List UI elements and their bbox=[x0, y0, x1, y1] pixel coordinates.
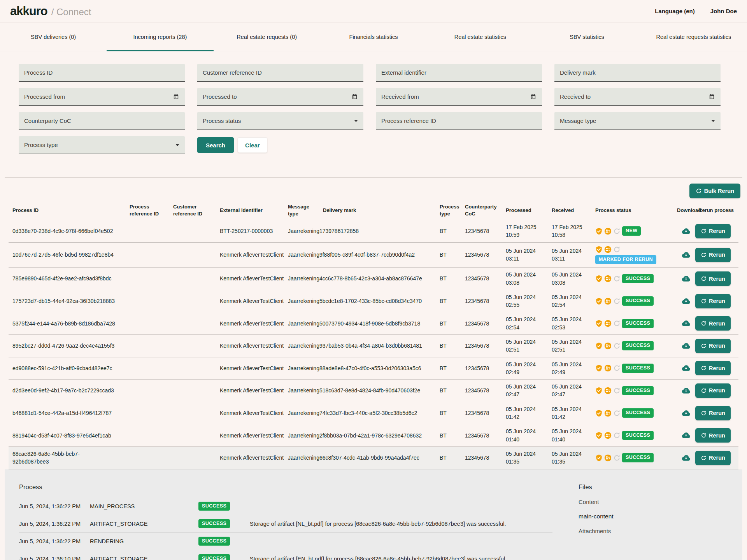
cell-process-status: SUCCESS bbox=[595, 431, 677, 440]
download-button[interactable] bbox=[679, 408, 692, 418]
language-menu[interactable]: Language (en) bbox=[655, 8, 695, 14]
filter-field[interactable]: Message type bbox=[554, 112, 721, 130]
refresh-icon bbox=[701, 320, 707, 326]
tab[interactable]: SBV statistics bbox=[533, 23, 640, 51]
filter-field[interactable]: External identifier bbox=[376, 64, 542, 82]
clear-button[interactable]: Clear bbox=[238, 137, 267, 153]
table-row[interactable]: d2d3ee0d-9ef2-4b17-9a7c-b2c7229ccad3 Ken… bbox=[9, 380, 738, 402]
filter-field[interactable]: Received to bbox=[554, 88, 721, 106]
rerun-button[interactable]: Rerun bbox=[695, 224, 731, 238]
download-button[interactable] bbox=[679, 250, 692, 260]
download-button[interactable] bbox=[679, 453, 692, 463]
cell-processed: 05 Jun 2024 01:42 bbox=[506, 405, 552, 421]
refresh-icon bbox=[701, 388, 707, 394]
filter-field[interactable]: Process type bbox=[19, 136, 185, 154]
filter-field-label: Delivery mark bbox=[560, 69, 715, 76]
chevron-down-icon bbox=[711, 120, 715, 122]
cell-process-status: SUCCESS bbox=[595, 319, 677, 328]
table-row[interactable]: 0d338e70-238d-4c9c-978f-666bef04e502 BTT… bbox=[9, 220, 738, 243]
download-button[interactable] bbox=[679, 363, 692, 373]
rerun-button[interactable]: Rerun bbox=[695, 248, 731, 262]
refresh-icon bbox=[701, 365, 707, 371]
retry-icon bbox=[613, 275, 621, 282]
cell-external-identifier: Kenmerk AfleverTestClient bbox=[220, 297, 288, 305]
cell-rerun: Rerun bbox=[698, 294, 742, 308]
retry-icon bbox=[613, 387, 621, 394]
rerun-button[interactable]: Rerun bbox=[695, 428, 731, 443]
filter-field[interactable]: Processed to bbox=[197, 88, 363, 106]
rerun-button[interactable]: Rerun bbox=[695, 271, 731, 286]
section-divider bbox=[5, 177, 742, 178]
rerun-button[interactable]: Rerun bbox=[695, 451, 731, 465]
cell-process-status: SUCCESS bbox=[595, 453, 677, 462]
table-row[interactable]: 10d76e7d-27d5-46fe-bd5d-99827df1e8b4 Ken… bbox=[9, 243, 738, 268]
cell-process-status: SUCCESS bbox=[595, 364, 677, 373]
cell-process-id: b46881d1-54ce-442a-a15d-ff496412f787 bbox=[12, 409, 130, 417]
tab[interactable]: SBV deliveries (0) bbox=[0, 23, 107, 51]
tab[interactable]: Incoming reports (28) bbox=[107, 23, 213, 51]
cell-external-identifier: Kenmerk AfleverTestClient bbox=[220, 251, 288, 259]
filter-field[interactable]: Process reference ID bbox=[376, 112, 542, 130]
cell-process-id: 0d338e70-238d-4c9c-978f-666bef04e502 bbox=[12, 227, 130, 235]
tab[interactable]: Real estate requests (0) bbox=[214, 23, 320, 51]
cell-counterparty-coc: 12345678 bbox=[465, 297, 506, 305]
cell-counterparty-coc: 12345678 bbox=[465, 227, 506, 235]
filter-field[interactable]: Processed from bbox=[19, 88, 185, 106]
file-item[interactable]: main-content bbox=[579, 513, 730, 520]
cell-counterparty-coc: 12345678 bbox=[465, 342, 506, 350]
group-icon bbox=[604, 364, 612, 372]
app-logo: akkuro bbox=[10, 4, 47, 18]
cell-process-id: 785e9890-465d-4f2e-9ae2-afc9ad3f8bdc bbox=[12, 275, 130, 282]
table-row[interactable]: 175723d7-db15-44e4-92ca-36f30b218883 Ken… bbox=[9, 290, 738, 313]
rerun-button[interactable]: Rerun bbox=[695, 339, 731, 353]
filter-field[interactable]: Counterparty CoC bbox=[19, 112, 185, 130]
bulk-rerun-button[interactable]: Bulk Rerun bbox=[689, 184, 740, 198]
group-icon bbox=[604, 228, 612, 235]
filter-field[interactable]: Received from bbox=[376, 88, 542, 106]
cell-rerun: Rerun bbox=[698, 316, 742, 331]
rerun-button[interactable]: Rerun bbox=[695, 294, 731, 308]
tab[interactable]: Financials statistics bbox=[320, 23, 427, 51]
filter-field[interactable]: Customer reference ID bbox=[197, 64, 363, 82]
table-row[interactable]: 8819404c-d53f-4c07-8f83-97e5d4ef1cab Ken… bbox=[9, 424, 738, 447]
col-download: Download bbox=[677, 207, 698, 214]
download-button[interactable] bbox=[679, 318, 692, 328]
file-item[interactable]: Content bbox=[579, 499, 730, 505]
download-button[interactable] bbox=[679, 430, 692, 440]
log-timestamp: Jun 5, 2024, 1:36:10 PM bbox=[19, 556, 90, 560]
table-row[interactable]: 785e9890-465d-4f2e-9ae2-afc9ad3f8bdc Ken… bbox=[9, 268, 738, 290]
cell-counterparty-coc: 12345678 bbox=[465, 387, 506, 394]
rerun-button[interactable]: Rerun bbox=[695, 383, 731, 398]
user-menu[interactable]: John Doe bbox=[710, 8, 737, 14]
search-button[interactable]: Search bbox=[197, 137, 234, 153]
cell-process-type: BT bbox=[440, 432, 465, 439]
filter-field[interactable]: Process status bbox=[197, 112, 363, 130]
table-row[interactable]: ed9088ec-591c-421b-aff0-9cbad482ee7c Ken… bbox=[9, 357, 738, 380]
download-button[interactable] bbox=[679, 274, 692, 284]
cell-external-identifier: Kenmerk AfleverTestClient bbox=[220, 320, 288, 327]
tab-label: Real estate requests statistics bbox=[656, 34, 731, 40]
table-row[interactable]: b46881d1-54ce-442a-a15d-ff496412f787 Ken… bbox=[9, 402, 738, 425]
download-button[interactable] bbox=[679, 386, 692, 396]
rerun-button[interactable]: Rerun bbox=[695, 316, 731, 331]
group-icon bbox=[604, 246, 612, 253]
status-badge: SUCCESS bbox=[622, 274, 654, 284]
tab[interactable]: Real estate requests statistics bbox=[640, 23, 747, 51]
download-button[interactable] bbox=[679, 226, 692, 236]
col-rerun-process: Rerun process bbox=[698, 207, 742, 214]
download-button[interactable] bbox=[679, 341, 692, 351]
rerun-button[interactable]: Rerun bbox=[695, 406, 731, 420]
file-item[interactable]: Attachments bbox=[579, 528, 730, 534]
cell-process-type: BT bbox=[440, 454, 465, 462]
table-row[interactable]: 5375f244-e144-4a76-b89b-8d186dba7428 Ken… bbox=[9, 312, 738, 335]
tab[interactable]: Real estate statistics bbox=[427, 23, 533, 51]
filter-actions: Search Clear bbox=[197, 136, 363, 154]
table-row[interactable]: 8952bc27-dd0d-4726-9aa2-dec4e4a155f3 Ken… bbox=[9, 335, 738, 357]
filter-field[interactable]: Delivery mark bbox=[554, 64, 721, 82]
rerun-button[interactable]: Rerun bbox=[695, 361, 731, 375]
download-button[interactable] bbox=[679, 296, 692, 306]
filter-field[interactable]: Process ID bbox=[19, 64, 185, 82]
shield-check-icon bbox=[595, 387, 603, 394]
table-row[interactable]: 68cae826-6a8c-45bb-beb7-92b6d087bee3 Ken… bbox=[9, 447, 738, 469]
cell-processed: 05 Jun 2024 02:54 bbox=[506, 315, 552, 331]
